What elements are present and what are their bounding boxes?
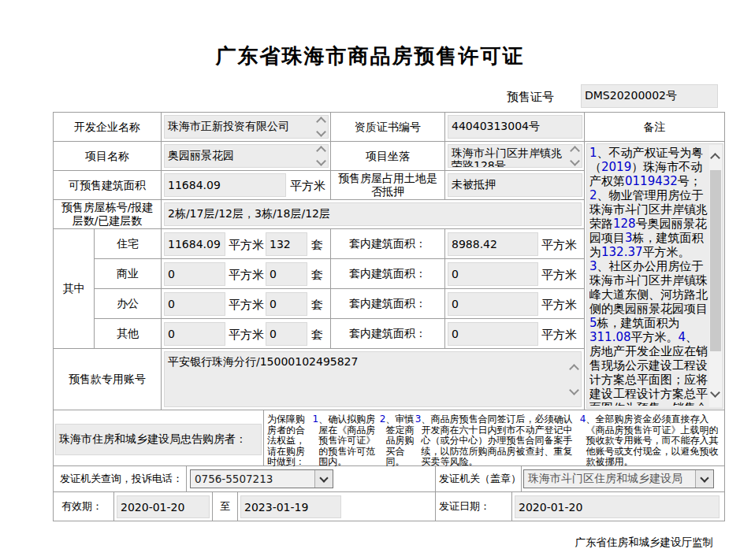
remarks-scrollbar[interactable]	[709, 145, 722, 407]
unit-tao: 套	[311, 268, 323, 283]
inner-area-cell: 0 平方米	[445, 319, 585, 349]
project-spinner-icon[interactable]	[318, 145, 325, 167]
permit-no-label: 预售证号	[465, 90, 554, 105]
office-count-input[interactable]: 0	[266, 292, 307, 316]
presale-area-label: 可预售建筑面积	[54, 171, 162, 200]
account-textarea[interactable]: 平安银行珠海分行/15000102495827	[164, 351, 582, 407]
valid-to-cell: 2023-01-19	[238, 492, 436, 521]
commercial-area-input[interactable]: 0	[164, 262, 225, 286]
inner-area-label: 套内建筑面积：	[331, 289, 445, 319]
breakdown-values-cell: 0 平方米 0 套	[162, 319, 331, 349]
unit-tao: 套	[311, 238, 323, 253]
inner-area-cell: 0 平方米	[445, 259, 585, 289]
location-spinner-icon[interactable]	[571, 145, 578, 167]
remarks-header: 备注	[585, 113, 725, 142]
other-inner-area-input[interactable]: 0	[448, 322, 538, 346]
developer-name-cell: 珠海市正新投资有限公司	[162, 113, 331, 142]
presale-area-unit: 平方米	[290, 179, 325, 194]
inner-area-cell: 0 平方米	[445, 289, 585, 319]
office-inner-area-input[interactable]: 0	[448, 292, 538, 316]
valid-from-cell: 2020-01-20	[114, 492, 213, 521]
scroll-down-icon[interactable]	[710, 388, 720, 398]
developer-name-select[interactable]: 珠海市正新投资有限公司	[164, 115, 329, 139]
inner-area-label: 套内建筑面积：	[331, 319, 445, 349]
project-name-cell: 奥园丽景花园	[162, 142, 331, 171]
unit-sqm: 平方米	[541, 298, 577, 313]
other-area-input[interactable]: 0	[164, 322, 225, 346]
presale-area-cell: 11684.09 平方米	[162, 171, 331, 200]
remarks-textarea[interactable]: 1、不动产权证号为粤（2019）珠海市不动产权第0119432号； 2、物业管理…	[586, 143, 723, 409]
presale-area-input[interactable]: 11684.09	[164, 173, 286, 197]
unit-sqm: 平方米	[229, 238, 264, 253]
authority-label: 发证机关（盖章）	[436, 466, 522, 492]
unit-sqm: 平方米	[541, 268, 577, 283]
footer-supervisor-text: 广东省住房和城乡建设厅监制	[0, 536, 713, 550]
issue-date-cell: 2020-01-20	[512, 492, 725, 521]
permit-no-value: DMS20200002号	[582, 89, 677, 103]
unit-sqm: 平方米	[229, 268, 264, 283]
breakdown-type-label: 其他	[95, 319, 162, 349]
valid-from-input[interactable]: 2020-01-20	[117, 495, 210, 518]
project-name-label: 项目名称	[54, 142, 162, 171]
office-area-input[interactable]: 0	[164, 292, 225, 316]
mortgage-status-input[interactable]: 未被抵押	[448, 173, 582, 197]
project-name-select[interactable]: 奥园丽景花园	[164, 144, 329, 168]
commercial-count-input[interactable]: 0	[266, 262, 307, 286]
developer-spinner-icon[interactable]	[318, 116, 325, 138]
building-floors-input[interactable]: 2栋/17层/12层，3栋/18层/12层	[164, 202, 582, 226]
authority-select[interactable]: 珠海市斗门区住房和城乡建设局	[523, 469, 714, 488]
scroll-up-icon[interactable]	[710, 153, 720, 163]
developer-name-label: 开发企业名称	[54, 113, 162, 142]
qualification-cert-cell: 44040313004号	[445, 113, 585, 142]
issue-date-input[interactable]: 2020-01-20	[515, 495, 720, 518]
residential-count-input[interactable]: 132	[266, 232, 307, 256]
breakdown-values-cell: 0 平方米 0 套	[162, 289, 331, 319]
breakdown-type-label: 办公	[95, 289, 162, 319]
remarks-text: 1、不动产权证号为粤（2019）珠海市不动产权第0119432号； 2、物业管理…	[589, 146, 709, 406]
phone-cell: 0756-5507213	[187, 466, 436, 492]
unit-sqm: 平方米	[229, 298, 264, 313]
remarks-scrollbar-thumb[interactable]	[710, 170, 721, 351]
presale-permit-page: 广东省珠海市商品房预售许可证 预售证号 DMS20200002号 开发企业名称 …	[0, 0, 740, 560]
qualification-cert-input[interactable]: 44040313004号	[448, 115, 582, 139]
authority-dropdown-icon[interactable]	[695, 470, 713, 488]
authority-cell: 珠海市斗门区住房和城乡建设局	[522, 466, 725, 492]
breakdown-group-label: 其中	[54, 229, 95, 349]
advice-label-cell: 珠海市住房和城乡建设局忠告购房者：	[54, 410, 264, 466]
breakdown-type-label: 商业	[95, 259, 162, 289]
account-label: 预售款专用账号	[54, 349, 162, 410]
location-cell: 珠海市斗门区井岸镇兆荣路128号	[445, 142, 585, 171]
location-select[interactable]: 珠海市斗门区井岸镇兆荣路128号	[448, 144, 582, 168]
breakdown-values-cell: 0 平方米 0 套	[162, 259, 331, 289]
commercial-inner-area-input[interactable]: 0	[448, 262, 538, 286]
valid-to-input[interactable]: 2023-01-19	[240, 495, 341, 518]
unit-sqm: 平方米	[541, 238, 577, 253]
building-floors-cell: 2栋/17层/12层，3栋/18层/12层	[162, 200, 585, 229]
account-cell: 平安银行珠海分行/15000102495827	[162, 349, 585, 410]
other-count-input[interactable]: 0	[266, 322, 307, 346]
account-spinner-icon[interactable]	[571, 352, 578, 406]
qualification-cert-label: 资质证书编号	[331, 113, 445, 142]
inner-area-cell: 8988.42 平方米	[445, 229, 585, 259]
location-label: 项目坐落	[331, 142, 445, 171]
validity-label: 有效期：	[54, 492, 114, 521]
residential-inner-area-input[interactable]: 8988.42	[448, 232, 538, 256]
building-floors-label: 预售房屋栋号/报建层数/已建层数	[54, 200, 162, 229]
page-title: 广东省珠海市商品房预售许可证	[0, 43, 740, 70]
permit-no-input[interactable]: DMS20200002号	[581, 84, 718, 108]
issue-date-label: 发证日期：	[436, 492, 512, 521]
mortgage-label: 预售房屋占用土地是否抵押	[331, 171, 445, 200]
unit-sqm: 平方米	[229, 328, 264, 343]
breakdown-type-label: 住宅	[95, 229, 162, 259]
unit-tao: 套	[311, 328, 323, 343]
inner-area-label: 套内建筑面积：	[331, 229, 445, 259]
advice-text: 为保障购房者的合法权益，请在购房时做到：1、确认拟购房屋在《商品房预售许可证》的…	[264, 410, 725, 466]
validity-to-label: 至	[213, 492, 238, 521]
phone-dropdown-icon[interactable]	[314, 470, 333, 488]
mortgage-cell: 未被抵押	[445, 171, 585, 200]
breakdown-values-cell: 11684.09 平方米 132 套	[162, 229, 331, 259]
advice-label-box: 珠海市住房和城乡建设局忠告购房者：	[55, 424, 262, 455]
phone-select[interactable]: 0756-5507213	[190, 469, 333, 488]
residential-area-input[interactable]: 11684.09	[164, 232, 225, 256]
inner-area-label: 套内建筑面积：	[331, 259, 445, 289]
